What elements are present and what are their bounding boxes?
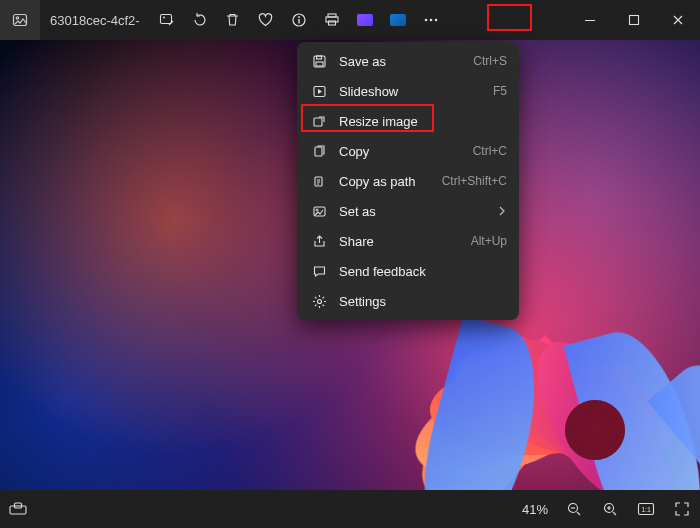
svg-point-24	[317, 299, 321, 303]
save-icon	[309, 54, 329, 69]
svg-rect-17	[316, 62, 323, 66]
menu-item-settings[interactable]: Settings	[297, 286, 519, 316]
zoom-level[interactable]: 41%	[514, 502, 556, 517]
menu-label: Set as	[339, 204, 497, 219]
menu-shortcut: Alt+Up	[471, 234, 507, 248]
maximize-button[interactable]	[612, 0, 656, 40]
svg-point-11	[429, 19, 432, 22]
svg-rect-14	[630, 16, 639, 25]
title-bar: 63018cec-4cf2-	[0, 0, 700, 40]
actual-size-button[interactable]: 1:1	[628, 490, 664, 528]
svg-rect-19	[314, 118, 322, 126]
svg-point-5	[298, 16, 300, 18]
settings-icon	[309, 294, 329, 309]
delete-button[interactable]	[216, 0, 249, 40]
onedrive-button[interactable]	[381, 0, 414, 40]
zoom-out-button[interactable]	[556, 490, 592, 528]
rotate-button[interactable]	[183, 0, 216, 40]
menu-label: Settings	[339, 294, 507, 309]
svg-point-23	[316, 209, 318, 211]
menu-item-feedback[interactable]: Send feedback	[297, 256, 519, 286]
svg-rect-25	[10, 506, 26, 514]
fullscreen-button[interactable]	[664, 490, 700, 528]
menu-shortcut: F5	[493, 84, 507, 98]
chevron-right-icon	[497, 206, 507, 216]
menu-shortcut: Ctrl+Shift+C	[442, 174, 507, 188]
svg-text:1:1: 1:1	[641, 506, 651, 513]
menu-item-save-as[interactable]: Save as Ctrl+S	[297, 46, 519, 76]
menu-item-copy-path[interactable]: Copy as path Ctrl+Shift+C	[297, 166, 519, 196]
status-bar: 41% 1:1	[0, 490, 700, 528]
copy-path-icon	[309, 174, 329, 189]
minimize-button[interactable]	[568, 0, 612, 40]
svg-point-3	[163, 17, 165, 19]
clipchamp-button[interactable]	[348, 0, 381, 40]
zoom-in-button[interactable]	[592, 490, 628, 528]
menu-shortcut: Ctrl+C	[473, 144, 507, 158]
copy-icon	[309, 144, 329, 159]
menu-label: Share	[339, 234, 471, 249]
resize-icon	[309, 114, 329, 129]
close-button[interactable]	[656, 0, 700, 40]
menu-item-resize[interactable]: Resize image	[297, 106, 519, 136]
share-icon	[309, 234, 329, 249]
feedback-icon	[309, 264, 329, 279]
set-as-icon	[309, 204, 329, 219]
menu-item-share[interactable]: Share Alt+Up	[297, 226, 519, 256]
menu-label: Save as	[339, 54, 473, 69]
svg-rect-2	[160, 15, 171, 24]
menu-label: Send feedback	[339, 264, 507, 279]
svg-rect-6	[298, 19, 299, 24]
menu-label: Copy as path	[339, 174, 442, 189]
filmstrip-button[interactable]	[0, 490, 36, 528]
svg-point-12	[434, 19, 437, 22]
menu-item-slideshow[interactable]: Slideshow F5	[297, 76, 519, 106]
menu-shortcut: Ctrl+S	[473, 54, 507, 68]
print-button[interactable]	[315, 0, 348, 40]
slideshow-icon	[309, 84, 329, 99]
edit-image-button[interactable]	[150, 0, 183, 40]
menu-label: Resize image	[339, 114, 507, 129]
info-button[interactable]	[282, 0, 315, 40]
svg-point-1	[16, 17, 18, 19]
menu-item-copy[interactable]: Copy Ctrl+C	[297, 136, 519, 166]
menu-label: Slideshow	[339, 84, 493, 99]
more-menu: Save as Ctrl+S Slideshow F5 Resize image…	[297, 42, 519, 320]
app-icon	[0, 0, 40, 40]
more-button[interactable]	[414, 0, 447, 40]
window-title: 63018cec-4cf2-	[40, 13, 150, 28]
menu-item-set-as[interactable]: Set as	[297, 196, 519, 226]
svg-rect-16	[316, 56, 321, 59]
window-controls	[568, 0, 700, 40]
menu-label: Copy	[339, 144, 473, 159]
svg-rect-13	[585, 20, 595, 21]
svg-point-10	[424, 19, 427, 22]
svg-rect-20	[315, 147, 322, 156]
favorite-button[interactable]	[249, 0, 282, 40]
